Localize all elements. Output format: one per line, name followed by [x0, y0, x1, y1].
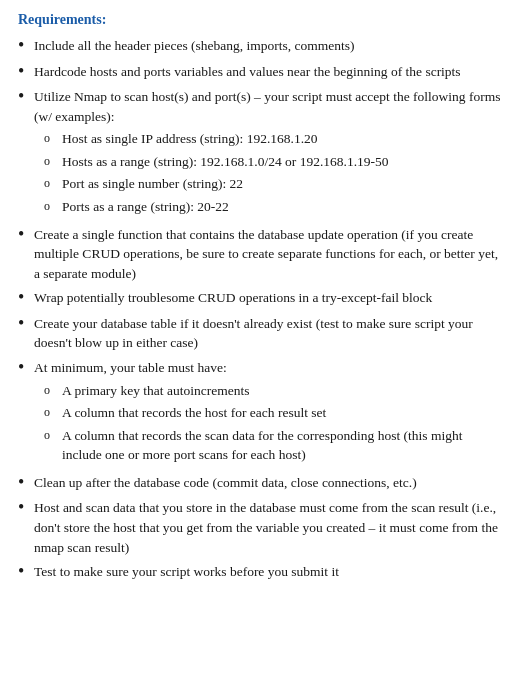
bullet-dot: • [18, 357, 34, 379]
bullet-dot: • [18, 86, 34, 108]
requirements-heading: Requirements: [18, 12, 503, 28]
requirements-section: Requirements: •Include all the header pi… [18, 12, 503, 583]
sub-list-item: oHost as single IP address (string): 192… [44, 129, 503, 149]
bullet-dot: • [18, 287, 34, 309]
main-list-item: •Host and scan data that you store in th… [18, 498, 503, 557]
sub-list-7: oA primary key that autoincrementsoA col… [44, 381, 503, 465]
main-list-item: •Hardcode hosts and ports variables and … [18, 62, 503, 83]
sub-item-text: Hosts as a range (string): 192.168.1.0/2… [62, 152, 503, 172]
bullet-dot: • [18, 61, 34, 83]
item-text-6: Create your database table if it doesn't… [34, 314, 503, 353]
main-list-item: •Create your database table if it doesn'… [18, 314, 503, 353]
sub-item-text: A primary key that autoincrements [62, 381, 503, 401]
sub-list-item: oHosts as a range (string): 192.168.1.0/… [44, 152, 503, 172]
sub-list-item: oPorts as a range (string): 20-22 [44, 197, 503, 217]
sub-list-3: oHost as single IP address (string): 192… [44, 129, 503, 216]
item-text-2: Hardcode hosts and ports variables and v… [34, 62, 503, 82]
bullet-dot: • [18, 497, 34, 519]
sub-bullet-icon: o [44, 153, 62, 170]
main-list-item: •Test to make sure your script works bef… [18, 562, 503, 583]
sub-bullet-icon: o [44, 130, 62, 147]
main-list-item: •Utilize Nmap to scan host(s) and port(s… [18, 87, 503, 219]
sub-bullet-icon: o [44, 382, 62, 399]
bullet-dot: • [18, 224, 34, 246]
main-list-item: •At minimum, your table must have:oA pri… [18, 358, 503, 468]
bullet-dot: • [18, 472, 34, 494]
bullet-dot: • [18, 35, 34, 57]
main-list-item: •Create a single function that contains … [18, 225, 503, 284]
bullet-dot: • [18, 313, 34, 335]
sub-item-text: Ports as a range (string): 20-22 [62, 197, 503, 217]
item-text-3: Utilize Nmap to scan host(s) and port(s)… [34, 87, 503, 219]
sub-list-item: oA column that records the scan data for… [44, 426, 503, 465]
sub-bullet-icon: o [44, 404, 62, 421]
item-text-7: At minimum, your table must have:oA prim… [34, 358, 503, 468]
item-text-8: Clean up after the database code (commit… [34, 473, 503, 493]
sub-item-text: Port as single number (string): 22 [62, 174, 503, 194]
sub-item-text: A column that records the scan data for … [62, 426, 503, 465]
sub-bullet-icon: o [44, 427, 62, 444]
item-text-4: Create a single function that contains t… [34, 225, 503, 284]
sub-item-text: A column that records the host for each … [62, 403, 503, 423]
main-list-item: •Include all the header pieces (shebang,… [18, 36, 503, 57]
sub-bullet-icon: o [44, 198, 62, 215]
sub-list-item: oA primary key that autoincrements [44, 381, 503, 401]
sub-list-item: oA column that records the host for each… [44, 403, 503, 423]
item-text-1: Include all the header pieces (shebang, … [34, 36, 503, 56]
bullet-dot: • [18, 561, 34, 583]
sub-list-item: oPort as single number (string): 22 [44, 174, 503, 194]
sub-bullet-icon: o [44, 175, 62, 192]
item-text-9: Host and scan data that you store in the… [34, 498, 503, 557]
item-text-10: Test to make sure your script works befo… [34, 562, 503, 582]
main-requirements-list: •Include all the header pieces (shebang,… [18, 36, 503, 583]
item-text-5: Wrap potentially troublesome CRUD operat… [34, 288, 503, 308]
main-list-item: •Wrap potentially troublesome CRUD opera… [18, 288, 503, 309]
sub-item-text: Host as single IP address (string): 192.… [62, 129, 503, 149]
main-list-item: •Clean up after the database code (commi… [18, 473, 503, 494]
